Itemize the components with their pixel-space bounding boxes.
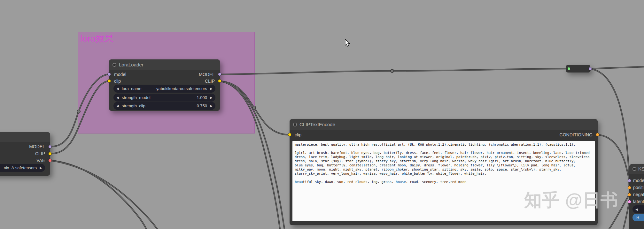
clip-output-dot[interactable] (48, 152, 52, 156)
clip-input-dot[interactable] (107, 79, 111, 83)
widget-label: lora_name (122, 85, 141, 93)
wire-checkpoint-vae-down-b (50, 160, 157, 229)
widget-value: 0.750 (197, 102, 207, 110)
collapse-dot-icon[interactable] (293, 123, 297, 126)
model-input-label: model (114, 72, 126, 77)
wire-checkpoint-clip-to-lora (50, 81, 109, 154)
reroute-dot[interactable] (77, 110, 80, 113)
model-output-dot[interactable] (48, 145, 52, 149)
negative-input-dot[interactable] (628, 193, 631, 196)
negative-input-label: negative (633, 192, 644, 197)
clip-output-dot[interactable] (218, 79, 221, 83)
model-input-dot[interactable] (107, 73, 111, 76)
positive-input-label: positive (633, 185, 644, 190)
collapse-dot-icon[interactable] (113, 63, 116, 67)
clip-output-label: CLIP (205, 79, 215, 84)
widget-label: strength_clip (122, 102, 145, 110)
clip-input-label: clip (114, 79, 121, 84)
model-output-dot[interactable] (218, 73, 221, 76)
ckpt-name-widget[interactable]: nix_A.safetensors ▶ (0, 164, 45, 172)
latent-input-dot[interactable] (628, 200, 631, 203)
widget-label: strength_model (122, 94, 151, 102)
lora-loader-node[interactable]: LoraLoader model clip MODEL CLIP ◀ lora_… (109, 59, 220, 111)
model-output-label: MODEL (199, 72, 215, 77)
prompt-paragraph: beautiful sky, dawn, sun, red clouds, fo… (295, 180, 593, 184)
checkpoint-loader-node[interactable]: MODEL CLIP VAE nix_A.safetensors ▶ (0, 132, 50, 176)
wire-collapsed-out-right (590, 67, 644, 69)
watermark-text: 知乎 @日书 (524, 188, 618, 212)
node-title: KSampler (638, 164, 644, 174)
collapse-dot-icon[interactable] (632, 167, 636, 171)
strength-clip-widget[interactable]: ◀ strength_clip 0.750 ▶ (113, 102, 215, 110)
sampler-titlebar[interactable]: KSampler (629, 164, 644, 174)
model-input-label: model (633, 178, 644, 183)
arrow-right-icon[interactable]: ▶ (40, 164, 42, 172)
checkpoint-titlebar[interactable] (0, 132, 50, 142)
wire-conditioning-to-sampler (598, 135, 629, 187)
collapsed-reroute-node[interactable] (566, 65, 590, 73)
node-title: LoraLoader (119, 59, 144, 70)
vae-output-label: VAE (36, 158, 45, 163)
wire-lora-clip-branch-b (220, 81, 284, 229)
vae-output-dot[interactable] (48, 159, 52, 162)
strength-model-widget[interactable]: ◀ strength_model 1.000 ▶ (113, 94, 215, 102)
blue-widget[interactable]: R (632, 214, 644, 221)
prompt-paragraph: 1girl, art brush, barefoot, blue eyes, b… (295, 151, 593, 176)
prompt-paragraph: masterpiece, best quality, ultra high re… (295, 142, 593, 147)
latent-input-label: latent_image (633, 199, 644, 204)
arrow-left-icon[interactable]: ◀ (116, 102, 119, 110)
reroute-dot[interactable] (252, 106, 256, 109)
node-graph-canvas[interactable]: lora效果 (0, 0, 644, 229)
node-title: CLIPTextEncode (299, 119, 335, 130)
arrow-right-icon[interactable]: ▶ (210, 85, 213, 93)
ckpt-name-value: nix_A.safetensors (4, 164, 37, 172)
lora-titlebar[interactable]: LoraLoader (109, 59, 220, 70)
model-output-label: MODEL (29, 144, 45, 149)
wire-latent-from-bottom (623, 202, 629, 229)
reroute-input-dot[interactable] (567, 67, 570, 70)
arrow-right-icon[interactable]: ▶ (210, 94, 213, 102)
clip-input-dot[interactable] (288, 133, 291, 136)
conditioning-output-dot[interactable] (596, 133, 599, 136)
lora-name-widget[interactable]: ◀ lora_name yabukikentarou.safetensors ▶ (113, 85, 215, 93)
ksampler-node[interactable]: KSampler model positive negative latent_… (629, 164, 644, 229)
arrow-left-icon[interactable]: ◀ (116, 85, 119, 93)
widget-value: 1.000 (197, 94, 207, 102)
seed-widget[interactable]: ◀ (632, 205, 644, 213)
reroute-output-dot[interactable] (588, 67, 592, 71)
clip-input-label: clip (295, 132, 301, 138)
wire-checkpoint-vae-down-a (50, 160, 146, 229)
conditioning-output-label: CONDITIONING (560, 132, 593, 138)
arrow-left-icon[interactable]: ◀ (116, 94, 119, 102)
arrow-left-icon[interactable]: ◀ (635, 205, 638, 213)
reroute-dot[interactable] (391, 69, 394, 73)
blue-widget-label: R (636, 215, 639, 220)
arrow-right-icon[interactable]: ▶ (210, 102, 213, 110)
widget-value: yabukikentarou.safetensors (156, 85, 207, 93)
model-input-dot[interactable] (628, 179, 631, 182)
clip-output-label: CLIP (35, 151, 45, 156)
encode-titlebar[interactable]: CLIPTextEncode (290, 119, 598, 130)
positive-input-dot[interactable] (628, 186, 631, 189)
